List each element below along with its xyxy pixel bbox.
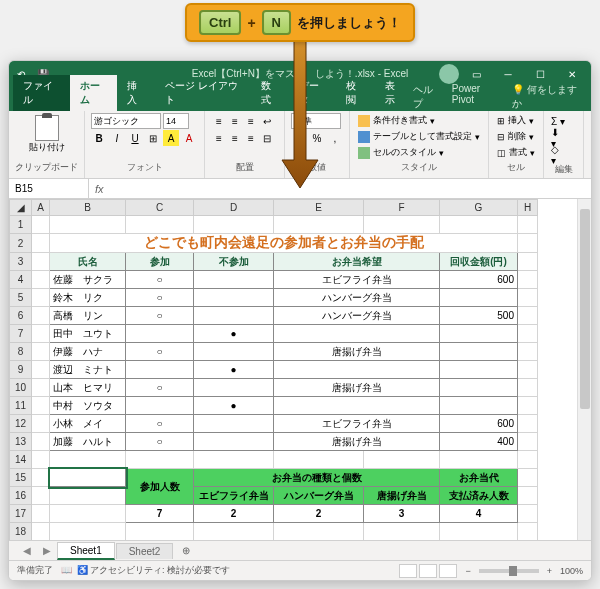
summary-bento-types-label[interactable]: お弁当の種類と個数 [194,469,440,487]
border-button[interactable]: ⊞ [145,130,161,146]
cell-absent[interactable] [194,289,274,307]
zoom-slider[interactable] [479,569,539,573]
row-header[interactable]: 4 [10,271,32,289]
cell-styles-button[interactable]: セルのスタイル ▾ [356,145,482,160]
cell-amount[interactable]: 400 [440,433,518,451]
spreadsheet-grid[interactable]: ◢ A B C D E F G H 1 2どこでも町内会遠足の参加者とお弁当の手… [9,199,538,540]
cell-name[interactable]: 中村 ソウタ [50,397,126,415]
summary-paid-label[interactable]: 支払済み人数 [440,487,518,505]
row-header[interactable]: 12 [10,415,32,433]
fill-color-button[interactable]: A [163,130,179,146]
formula-input[interactable] [110,179,591,198]
cell-amount[interactable]: 600 [440,271,518,289]
cell-amount[interactable]: 600 [440,415,518,433]
cell-name[interactable]: 小林 メイ [50,415,126,433]
summary-ebi-count[interactable]: 2 [194,505,274,523]
summary-participants-label[interactable]: 参加人数 [126,469,194,505]
zoom-in-button[interactable]: + [547,566,552,576]
summary-participants[interactable]: 7 [126,505,194,523]
col-header-e[interactable]: E [274,200,364,216]
delete-cells-button[interactable]: ⊟ 削除 ▾ [495,129,537,144]
zoom-level[interactable]: 100% [560,566,583,576]
cell-bento[interactable]: ハンバーグ弁当 [274,289,440,307]
cell-name[interactable]: 田中 ユウト [50,325,126,343]
vertical-scrollbar[interactable] [577,199,591,540]
row-header[interactable]: 16 [10,487,32,505]
cell-attend[interactable] [126,325,194,343]
tab-home[interactable]: ホーム [70,75,117,111]
cell-absent[interactable] [194,271,274,289]
row-header[interactable]: 5 [10,289,32,307]
tell-me[interactable]: 💡 何をしますか [512,83,579,111]
col-header-b[interactable]: B [50,200,126,216]
header-bento[interactable]: お弁当希望 [274,253,440,271]
font-color-button[interactable]: A [181,130,197,146]
cell-attend[interactable]: ○ [126,271,194,289]
view-layout-button[interactable] [419,564,437,578]
view-break-button[interactable] [439,564,457,578]
row-header[interactable]: 3 [10,253,32,271]
header-name[interactable]: 氏名 [50,253,126,271]
row-header[interactable]: 17 [10,505,32,523]
col-header-a[interactable]: A [32,200,50,216]
name-box[interactable]: B15 [9,179,89,198]
summary-hamburg-count[interactable]: 2 [274,505,364,523]
cell-name[interactable]: 高橋 リン [50,307,126,325]
font-size-select[interactable] [163,113,189,129]
grid-area[interactable]: ◢ A B C D E F G H 1 2どこでも町内会遠足の参加者とお弁当の手… [9,199,591,540]
table-format-button[interactable]: テーブルとして書式設定 ▾ [356,129,482,144]
cell-absent[interactable] [194,343,274,361]
cell-attend[interactable]: ○ [126,343,194,361]
cell-amount[interactable] [440,343,518,361]
cell-name[interactable]: 佐藤 サクラ [50,271,126,289]
view-normal-button[interactable] [399,564,417,578]
cell-bento[interactable]: 唐揚げ弁当 [274,343,440,361]
active-cell[interactable] [50,469,126,487]
merge-button[interactable]: ⊟ [259,130,275,146]
cell-absent[interactable]: ● [194,325,274,343]
avatar[interactable] [439,64,459,84]
cell-name[interactable]: 山本 ヒマリ [50,379,126,397]
insert-cells-button[interactable]: ⊞ 挿入 ▾ [495,113,537,128]
col-header-h[interactable]: H [518,200,538,216]
sheet-title[interactable]: どこでも町内会遠足の参加者とお弁当の手配 [50,234,518,253]
col-header-f[interactable]: F [364,200,440,216]
header-absent[interactable]: 不参加 [194,253,274,271]
summary-paid-count[interactable]: 4 [440,505,518,523]
col-header-c[interactable]: C [126,200,194,216]
status-accessibility[interactable]: ♿ アクセシビリティ: 検討が必要です [77,565,231,575]
cell-absent[interactable] [194,433,274,451]
cell-absent[interactable]: ● [194,361,274,379]
cell-amount[interactable] [440,361,518,379]
cell-attend[interactable] [126,397,194,415]
summary-ebi-label[interactable]: エビフライ弁当 [194,487,274,505]
row-header[interactable]: 10 [10,379,32,397]
row-header[interactable]: 13 [10,433,32,451]
cell-absent[interactable] [194,307,274,325]
cell-absent[interactable] [194,379,274,397]
sheet-nav-next[interactable]: ▶ [37,545,57,556]
underline-button[interactable]: U [127,130,143,146]
cell-bento[interactable]: 唐揚げ弁当 [274,433,440,451]
row-header[interactable]: 1 [10,216,32,234]
align-left-button[interactable]: ≡ [211,130,227,146]
summary-karaage-label[interactable]: 唐揚げ弁当 [364,487,440,505]
cell-amount[interactable] [440,397,518,415]
cell-name[interactable]: 鈴木 リク [50,289,126,307]
align-top-button[interactable]: ≡ [211,113,227,129]
cell-absent[interactable] [194,415,274,433]
cell-attend[interactable]: ○ [126,433,194,451]
fx-icon[interactable]: fx [89,183,110,195]
row-header[interactable]: 18 [10,523,32,541]
cell-bento[interactable]: エビフライ弁当 [274,415,440,433]
cell-name[interactable]: 加藤 ハルト [50,433,126,451]
row-header[interactable]: 15 [10,469,32,487]
cell-absent[interactable]: ● [194,397,274,415]
row-header[interactable]: 9 [10,361,32,379]
summary-bento-cost-label[interactable]: お弁当代 [440,469,518,487]
font-name-select[interactable] [91,113,161,129]
cell-attend[interactable] [126,361,194,379]
row-header[interactable]: 7 [10,325,32,343]
bold-button[interactable]: B [91,130,107,146]
cell-name[interactable]: 渡辺 ミナト [50,361,126,379]
